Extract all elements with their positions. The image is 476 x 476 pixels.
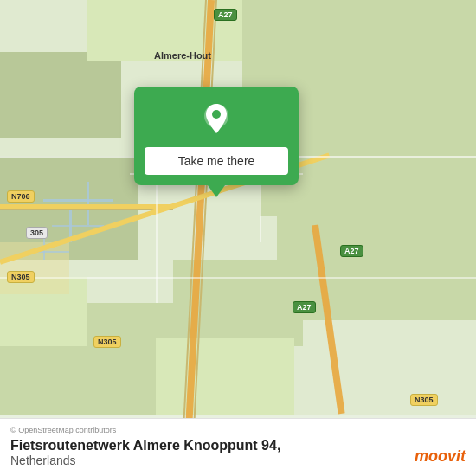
road-badge-305: 305 bbox=[26, 227, 48, 239]
popup-card: Take me there bbox=[134, 87, 299, 185]
highway-badge-a27-right: A27 bbox=[340, 245, 363, 257]
moovit-logo: moovit bbox=[415, 447, 466, 466]
highway-badge-a27-bottom: A27 bbox=[293, 301, 316, 313]
road-badge-n305-center: N305 bbox=[93, 336, 121, 348]
highway-badge-a27-top: A27 bbox=[214, 9, 237, 21]
road-badge-n305-right: N305 bbox=[410, 394, 438, 406]
map-attribution: © OpenStreetMap contributors bbox=[10, 426, 466, 434]
location-country: Netherlands bbox=[10, 453, 280, 467]
map-background: Almere-Hout A27 A27 A27 N706 N305 N305 N… bbox=[0, 0, 476, 476]
bottom-bar: © OpenStreetMap contributors Fietsrouten… bbox=[0, 418, 476, 476]
road-badge-n305-left: N305 bbox=[7, 271, 35, 283]
road-badge-n706: N706 bbox=[7, 190, 35, 203]
svg-point-1 bbox=[212, 110, 221, 119]
take-me-there-button[interactable]: Take me there bbox=[145, 147, 288, 175]
moovit-logo-text: moovit bbox=[415, 447, 466, 466]
location-pin-icon bbox=[197, 100, 235, 138]
map-container: Almere-Hout A27 A27 A27 N706 N305 N305 N… bbox=[0, 0, 476, 476]
place-label-almere-hout: Almere-Hout bbox=[154, 50, 211, 61]
location-name: Fietsroutenetwerk Almere Knooppunt 94, bbox=[10, 438, 280, 453]
